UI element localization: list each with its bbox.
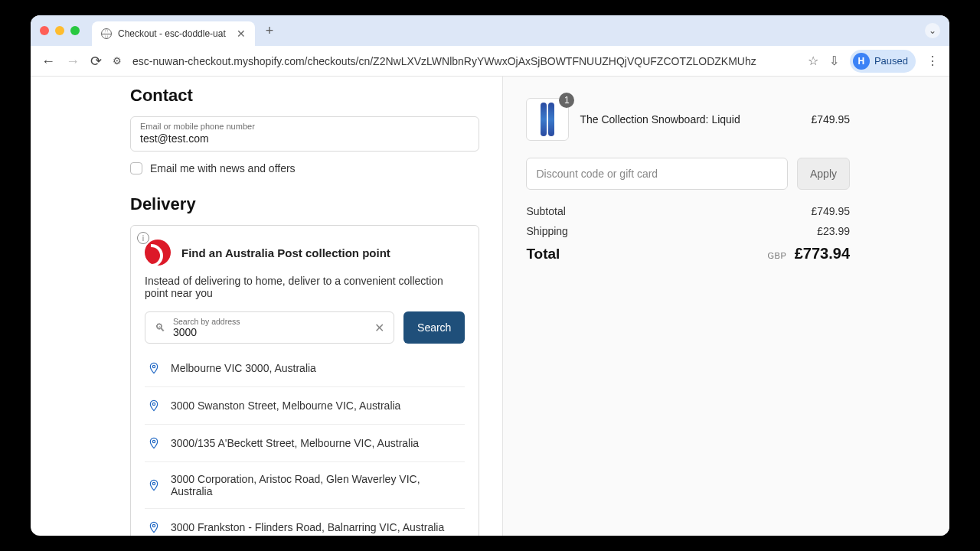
address-result[interactable]: 3000 Frankston - Flinders Road, Balnarri… xyxy=(145,509,465,536)
contact-heading: Contact xyxy=(130,86,479,106)
product-price: £749.95 xyxy=(811,113,850,126)
shipping-label: Shipping xyxy=(526,225,568,237)
currency-code: GBP xyxy=(768,251,787,260)
pin-icon xyxy=(148,520,160,535)
browser-toolbar: ← → ⟳ ⚙ esc-nuwan-checkout.myshopify.com… xyxy=(31,46,949,77)
svg-point-1 xyxy=(152,403,155,405)
new-tab-button[interactable]: + xyxy=(261,23,279,39)
subtotal-label: Subtotal xyxy=(526,205,565,217)
search-button[interactable]: Search xyxy=(403,311,465,344)
close-tab-button[interactable]: ✕ xyxy=(237,28,246,40)
product-name: The Collection Snowboard: Liquid xyxy=(580,113,800,126)
order-summary: 1 The Collection Snowboard: Liquid £749.… xyxy=(502,77,949,536)
browser-tab[interactable]: Checkout - esc-doddle-uat ✕ xyxy=(92,21,255,46)
globe-icon xyxy=(101,28,112,39)
search-value: 3000 xyxy=(173,326,367,338)
svg-point-2 xyxy=(152,440,155,442)
pin-icon xyxy=(148,478,160,493)
profile-status: Paused xyxy=(874,55,908,67)
pickup-title: Find an Australia Post collection point xyxy=(181,246,390,259)
pin-icon xyxy=(148,435,160,451)
address-text: 3000 Corporation, Aristoc Road, Glen Wav… xyxy=(171,473,462,497)
tab-bar: Checkout - esc-doddle-uat ✕ + ⌄ xyxy=(31,15,949,46)
clear-search-button[interactable]: ✕ xyxy=(374,321,384,335)
address-text: 3000 Frankston - Flinders Road, Balnarri… xyxy=(171,521,444,533)
auspost-logo xyxy=(145,240,171,266)
quantity-badge: 1 xyxy=(559,93,574,108)
reload-button[interactable]: ⟳ xyxy=(90,54,102,68)
email-value: test@test.com xyxy=(140,132,469,145)
newsletter-checkbox[interactable] xyxy=(130,162,142,174)
email-label: Email or mobile phone number xyxy=(140,122,469,131)
total-value: £773.94 xyxy=(795,245,850,262)
info-icon[interactable]: i xyxy=(137,232,149,244)
product-thumbnail: 1 xyxy=(526,98,569,141)
apply-button[interactable]: Apply xyxy=(797,158,850,190)
address-result[interactable]: 3000 Swanston Street, Melbourne VIC, Aus… xyxy=(145,387,465,425)
window-controls xyxy=(40,26,80,35)
delivery-heading: Delivery xyxy=(130,194,479,214)
subtotal-value: £749.95 xyxy=(811,205,850,217)
search-results: Melbourne VIC 3000, Australia3000 Swanst… xyxy=(145,350,465,536)
pin-icon xyxy=(148,398,160,413)
profile-chip[interactable]: H Paused xyxy=(850,50,916,73)
downloads-icon[interactable]: ⇩ xyxy=(829,54,839,68)
newsletter-label: Email me with news and offers xyxy=(150,162,296,174)
address-text: 3000/135 A'Beckett Street, Melbourne VIC… xyxy=(171,437,419,449)
pickup-card: i Find an Australia Post collection poin… xyxy=(130,225,479,536)
discount-input[interactable]: Discount code or gift card xyxy=(526,158,788,190)
page-content: Contact Email or mobile phone number tes… xyxy=(31,77,949,536)
search-label: Search by address xyxy=(173,317,367,326)
forward-button[interactable]: → xyxy=(66,54,80,68)
maximize-window-button[interactable] xyxy=(70,26,80,35)
address-result[interactable]: 3000 Corporation, Aristoc Road, Glen Wav… xyxy=(145,462,465,509)
address-result[interactable]: 3000/135 A'Beckett Street, Melbourne VIC… xyxy=(145,425,465,462)
address-text: 3000 Swanston Street, Melbourne VIC, Aus… xyxy=(171,399,400,412)
bookmark-icon[interactable]: ☆ xyxy=(808,54,818,68)
pickup-description: Instead of delivering to home, deliver t… xyxy=(145,275,465,299)
tabs-dropdown-button[interactable]: ⌄ xyxy=(925,23,940,38)
minimize-window-button[interactable] xyxy=(55,26,64,35)
newsletter-row[interactable]: Email me with news and offers xyxy=(130,162,479,174)
svg-point-0 xyxy=(152,365,155,367)
shipping-value: £23.99 xyxy=(817,225,850,237)
search-icon: 🔍︎ xyxy=(155,321,165,334)
email-field[interactable]: Email or mobile phone number test@test.c… xyxy=(130,116,479,152)
cart-item: 1 The Collection Snowboard: Liquid £749.… xyxy=(526,98,850,141)
close-window-button[interactable] xyxy=(40,26,49,35)
checkout-form: Contact Email or mobile phone number tes… xyxy=(31,77,502,536)
avatar: H xyxy=(853,53,870,70)
total-label: Total xyxy=(526,246,560,262)
address-result[interactable]: Melbourne VIC 3000, Australia xyxy=(145,350,465,387)
address-bar[interactable]: esc-nuwan-checkout.myshopify.com/checkou… xyxy=(132,55,797,67)
back-button[interactable]: ← xyxy=(41,54,55,68)
svg-point-4 xyxy=(152,524,155,527)
tab-title: Checkout - esc-doddle-uat xyxy=(118,28,226,39)
browser-window: Checkout - esc-doddle-uat ✕ + ⌄ ← → ⟳ ⚙ … xyxy=(31,15,949,536)
browser-menu-button[interactable]: ⋮ xyxy=(926,54,939,68)
address-text: Melbourne VIC 3000, Australia xyxy=(171,362,316,374)
address-search-input[interactable]: 🔍︎ Search by address 3000 ✕ xyxy=(145,311,394,344)
pin-icon xyxy=(148,360,160,376)
svg-point-3 xyxy=(152,482,155,484)
site-settings-icon[interactable]: ⚙ xyxy=(113,55,122,67)
